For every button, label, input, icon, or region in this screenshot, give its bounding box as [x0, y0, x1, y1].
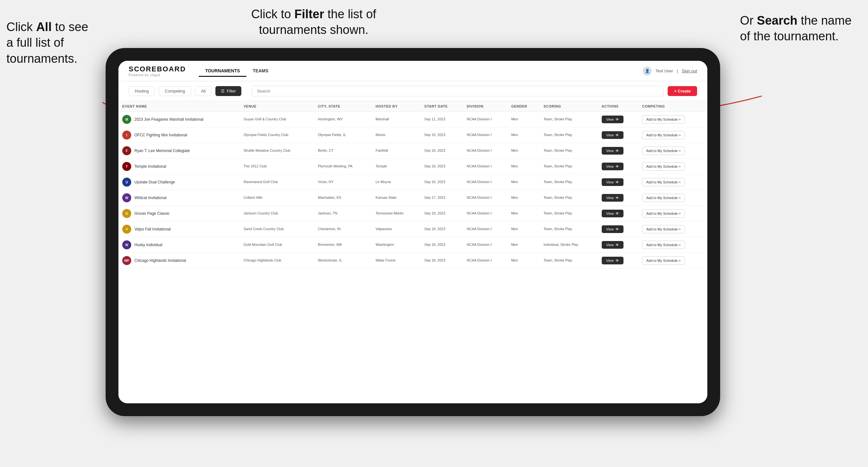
filter-button[interactable]: ☰ Filter — [215, 86, 241, 96]
gender-cell: Men — [507, 112, 539, 127]
scoring-cell: Team, Stroke Play — [539, 127, 597, 143]
venue-value: Guyan Golf & Country Club — [244, 117, 286, 121]
eye-icon: 👁 — [616, 196, 619, 200]
create-button[interactable]: + Create — [668, 86, 697, 96]
division-value: NCAA Division I — [467, 180, 492, 184]
view-button[interactable]: View 👁 — [602, 257, 624, 264]
view-button[interactable]: View 👁 — [602, 225, 624, 233]
view-label: View — [606, 164, 614, 168]
nav-link-teams[interactable]: TEAMS — [246, 66, 275, 77]
gender-value: Men — [511, 243, 518, 246]
gender-cell: Men — [507, 127, 539, 143]
add-schedule-label: Add to My Schedule + — [646, 212, 681, 215]
view-label: View — [606, 118, 614, 121]
all-tab[interactable]: All — [195, 86, 212, 96]
eye-icon: 👁 — [616, 180, 619, 184]
event-name: Wildcat Invitational — [134, 195, 166, 200]
city-state-cell: Victor, NY — [314, 175, 372, 190]
add-to-schedule-button[interactable]: Add to My Schedule + — [642, 178, 685, 186]
competing-cell: Add to My Schedule + — [638, 175, 707, 190]
view-button[interactable]: View 👁 — [602, 210, 624, 217]
team-logo: M — [122, 115, 131, 124]
search-input[interactable] — [252, 86, 664, 96]
add-to-schedule-button[interactable]: Add to My Schedule + — [642, 209, 685, 218]
competing-tab[interactable]: Competing — [159, 86, 191, 96]
gender-cell: Men — [507, 159, 539, 175]
hosted-by-cell: Kansas State — [372, 190, 421, 206]
add-to-schedule-button[interactable]: Add to My Schedule + — [642, 131, 685, 139]
actions-cell: View 👁 — [598, 206, 639, 221]
start-date-cell: Sep 16, 2023 — [421, 175, 463, 190]
competing-cell: Add to My Schedule + — [638, 221, 707, 237]
event-name: Temple Invitational — [134, 164, 166, 169]
venue-value: Olympia Fields Country Club — [244, 133, 288, 137]
venue-cell: Ravenwood Golf Club — [240, 175, 314, 190]
venue-value: Jackson Country Club — [244, 211, 278, 215]
table-container[interactable]: EVENT NAME VENUE CITY, STATE HOSTED BY S… — [118, 101, 707, 403]
start-date-value: Sep 15, 2023 — [425, 133, 445, 137]
nav-link-tournaments[interactable]: TOURNAMENTS — [199, 66, 246, 77]
team-logo: I — [122, 131, 131, 139]
start-date-value: Sep 18, 2023 — [425, 243, 445, 246]
actions-cell: View 👁 — [598, 190, 639, 206]
col-city-state: CITY, STATE — [314, 101, 372, 112]
add-to-schedule-button[interactable]: Add to My Schedule + — [642, 225, 685, 234]
actions-cell: View 👁 — [598, 112, 639, 127]
view-button[interactable]: View 👁 — [602, 194, 624, 201]
view-button[interactable]: View 👁 — [602, 131, 624, 139]
scoreboard-logo: SCOREBOARD Powered by clippd — [129, 65, 186, 77]
division-value: NCAA Division I — [467, 195, 492, 199]
table-row: I OFCC Fighting Illini Invitational Olym… — [118, 127, 707, 143]
add-to-schedule-button[interactable]: Add to My Schedule + — [642, 147, 685, 155]
add-schedule-label: Add to My Schedule + — [646, 133, 681, 137]
view-button[interactable]: View 👁 — [602, 147, 624, 155]
view-button[interactable]: View 👁 — [602, 116, 624, 123]
col-venue: VENUE — [240, 101, 314, 112]
table-row: U Upstate Dual Challenge Ravenwood Golf … — [118, 175, 707, 190]
venue-value: Shuttle Meadow Country Club — [244, 149, 290, 152]
venue-cell: Guyan Golf & Country Club — [240, 112, 314, 127]
event-name-cell: F Ryan T. Lee Memorial Collegiate — [118, 143, 240, 159]
venue-cell: Shuttle Meadow Country Club — [240, 143, 314, 159]
add-to-schedule-button[interactable]: Add to My Schedule + — [642, 162, 685, 170]
table-row: T Temple Invitational The 1912 ClubPlymo… — [118, 159, 707, 175]
division-cell: NCAA Division I — [463, 175, 507, 190]
hosting-tab[interactable]: Hosting — [129, 86, 155, 96]
scoring-value: Team, Stroke Play — [544, 211, 572, 215]
hosted-by-cell: Le Moyne — [372, 175, 421, 190]
user-avatar: 👤 — [643, 67, 652, 75]
table-row: W Wildcat Invitational Colbert HillsManh… — [118, 190, 707, 206]
start-date-cell: Sep 18, 2023 — [421, 237, 463, 253]
event-name-cell: M 2023 Joe Feaganes Marshall Invitationa… — [118, 112, 240, 127]
signout-link[interactable]: Sign out — [682, 68, 697, 73]
gender-cell: Men — [507, 206, 539, 221]
gender-cell: Men — [507, 237, 539, 253]
nav-separator: | — [677, 68, 678, 73]
scoring-cell: Individual, Stroke Play — [539, 237, 597, 253]
start-date-value: Sep 17, 2023 — [425, 195, 445, 199]
nav-right: 👤 Test User | Sign out — [643, 67, 697, 75]
venue-value: Chicago Highlands Club — [244, 258, 281, 262]
city-state-cell: Huntington, WV — [314, 112, 372, 127]
view-label: View — [606, 180, 614, 184]
venue-value: The 1912 Club — [244, 164, 267, 168]
add-to-schedule-button[interactable]: Add to My Schedule + — [642, 241, 685, 249]
city-state-value: Berlin, CT — [318, 149, 334, 152]
add-schedule-label: Add to My Schedule + — [646, 118, 681, 121]
start-date-cell: Sep 18, 2023 — [421, 221, 463, 237]
eye-icon: 👁 — [616, 164, 619, 168]
add-to-schedule-button[interactable]: Add to My Schedule + — [642, 115, 685, 124]
view-button[interactable]: View 👁 — [602, 163, 624, 170]
add-to-schedule-button[interactable]: Add to My Schedule + — [642, 256, 685, 265]
scoring-cell: Team, Stroke Play — [539, 112, 597, 127]
view-button[interactable]: View 👁 — [602, 241, 624, 249]
add-to-schedule-button[interactable]: Add to My Schedule + — [642, 194, 685, 202]
city-state-cell: Olympia Fields, IL — [314, 127, 372, 143]
view-button[interactable]: View 👁 — [602, 178, 624, 186]
division-value: NCAA Division I — [467, 133, 492, 137]
start-date-value: Sep 18, 2023 — [425, 211, 445, 215]
division-value: NCAA Division I — [467, 258, 492, 262]
competing-cell: Add to My Schedule + — [638, 237, 707, 253]
add-schedule-label: Add to My Schedule + — [646, 196, 681, 200]
event-name: Upstate Dual Challenge — [134, 180, 175, 184]
